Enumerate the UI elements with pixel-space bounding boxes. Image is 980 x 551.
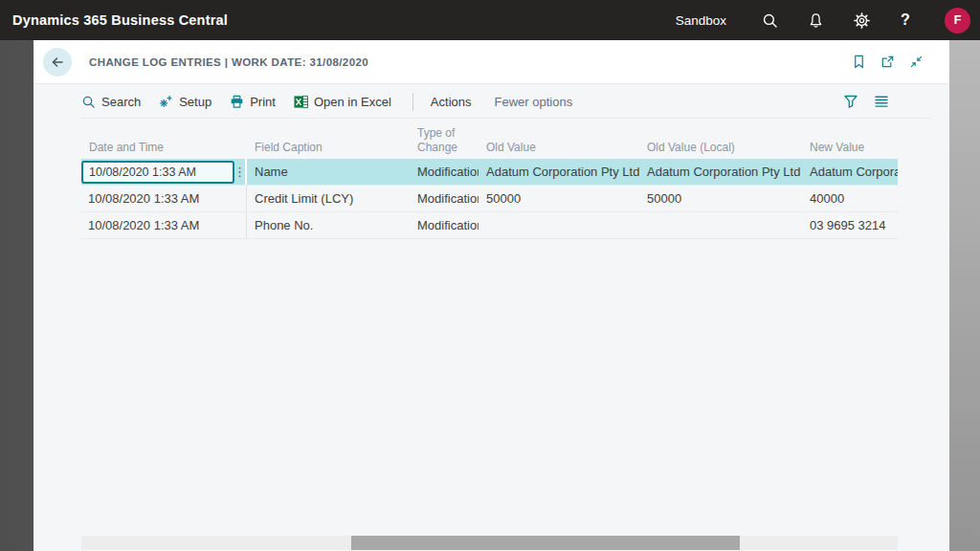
cell-new-value[interactable]: Adatum Corporation: [802, 165, 898, 179]
column-header-field-caption[interactable]: Field Caption: [247, 141, 410, 155]
cell-old-value-local[interactable]: 50000: [639, 191, 802, 206]
horizontal-scrollbar-thumb[interactable]: [351, 536, 740, 550]
column-header-old-value[interactable]: Old Value: [479, 141, 639, 155]
notifications-bell-icon[interactable]: [807, 11, 824, 29]
page-title: CHANGE LOG ENTRIES | WORK DATE: 31/08/20…: [89, 56, 851, 68]
collapse-icon[interactable]: [908, 54, 924, 70]
bookmark-icon[interactable]: [851, 54, 867, 70]
avatar[interactable]: F: [945, 8, 970, 33]
toolbar-divider: [412, 93, 413, 111]
page-header: CHANGE LOG ENTRIES | WORK DATE: 31/08/20…: [33, 40, 949, 84]
table-row-selected[interactable]: 10/08/2020 1:33 AM ⋮ Name Modification A…: [81, 159, 898, 186]
actions-menu-button[interactable]: Actions: [431, 95, 472, 109]
setup-button[interactable]: Setup: [159, 95, 212, 109]
row-gutter: [234, 212, 247, 238]
topbar-right: Sandbox ? F: [676, 8, 980, 33]
horizontal-scrollbar[interactable]: [81, 536, 898, 550]
topbar: Dynamics 365 Business Central Sandbox: [0, 0, 980, 40]
cell-old-value-local[interactable]: Adatum Corporation Pty Ltd: [639, 165, 802, 179]
open-in-excel-label: Open in Excel: [314, 95, 391, 109]
setup-label: Setup: [179, 95, 212, 109]
help-icon[interactable]: ?: [899, 11, 912, 29]
change-log-table: Date and Time Field Caption Type of Chan…: [81, 124, 898, 239]
cell-old-value[interactable]: Adatum Corporation Pty Ltd: [479, 165, 639, 179]
cell-field-caption[interactable]: Credit Limit (LCY): [247, 191, 410, 206]
toolbar-right-icons: [843, 94, 949, 110]
fewer-options-button[interactable]: Fewer options: [495, 95, 573, 109]
table-header-row: Date and Time Field Caption Type of Chan…: [81, 124, 898, 159]
cell-old-value[interactable]: 50000: [479, 191, 639, 206]
column-header-date-and-time[interactable]: Date and Time: [81, 141, 247, 155]
back-button[interactable]: [43, 48, 72, 77]
backdrop-right: [949, 40, 980, 551]
column-header-new-value[interactable]: New Value: [802, 141, 898, 155]
search-list-button[interactable]: Search: [81, 95, 141, 109]
cell-new-value[interactable]: 03 9695 3214: [802, 218, 898, 232]
cell-type-of-change[interactable]: Modification: [410, 218, 479, 232]
list-view-icon[interactable]: [874, 94, 890, 110]
page-header-icons: [851, 54, 924, 70]
action-toolbar: Search Setup Print: [33, 84, 949, 119]
table-row[interactable]: 10/08/2020 1:33 AM Credit Limit (LCY) Mo…: [81, 186, 898, 212]
environment-badge[interactable]: Sandbox: [676, 13, 726, 28]
settings-gear-icon[interactable]: [853, 11, 870, 29]
cell-date-and-time[interactable]: 10/08/2020 1:33 AM: [81, 186, 234, 211]
cell-field-caption[interactable]: Phone No.: [247, 218, 410, 232]
search-label: Search: [101, 95, 141, 109]
search-icon: [81, 95, 96, 109]
selected-cell-box[interactable]: 10/08/2020 1:33 AM: [81, 161, 234, 184]
print-button[interactable]: Print: [230, 95, 276, 109]
page-card: CHANGE LOG ENTRIES | WORK DATE: 31/08/20…: [33, 40, 949, 551]
row-options-ellipsis-icon[interactable]: ⋮: [234, 159, 247, 185]
column-header-old-value-local[interactable]: Old Value (Local): [639, 141, 802, 155]
cell-new-value[interactable]: 40000: [802, 191, 898, 206]
printer-icon: [230, 95, 244, 109]
app-title[interactable]: Dynamics 365 Business Central: [0, 12, 228, 28]
row-gutter: [234, 186, 247, 211]
cell-type-of-change[interactable]: Modification: [410, 191, 479, 206]
open-in-new-window-icon[interactable]: [880, 54, 896, 70]
cell-type-of-change[interactable]: Modification: [410, 165, 479, 179]
cell-date-and-time[interactable]: 10/08/2020 1:33 AM: [81, 212, 234, 238]
cell-field-caption[interactable]: Name: [247, 165, 410, 179]
table-row[interactable]: 10/08/2020 1:33 AM Phone No. Modificatio…: [81, 212, 898, 239]
search-icon[interactable]: [761, 11, 778, 29]
cell-date-and-time[interactable]: 10/08/2020 1:33 AM: [81, 159, 234, 185]
column-header-type-of-change[interactable]: Type of Change: [410, 126, 479, 155]
filter-icon[interactable]: [843, 94, 859, 110]
print-label: Print: [250, 95, 276, 109]
excel-icon: [294, 95, 308, 109]
open-in-excel-button[interactable]: Open in Excel: [294, 95, 391, 109]
setup-gears-icon: [159, 95, 173, 109]
